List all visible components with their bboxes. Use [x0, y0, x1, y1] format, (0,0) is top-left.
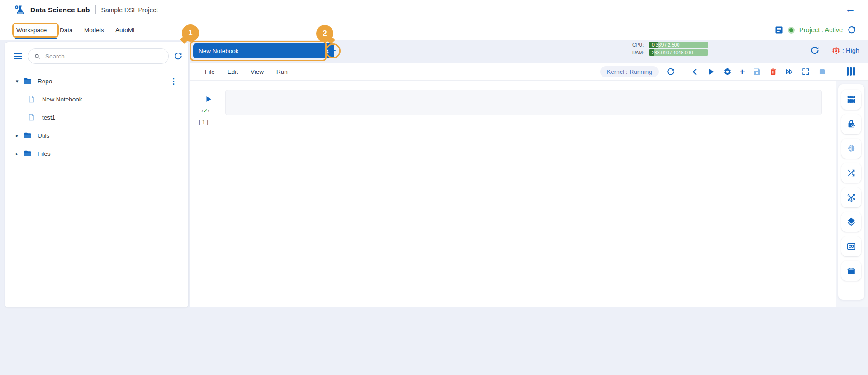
tree-item-test1[interactable]: test1 — [5, 108, 188, 126]
app-logo-icon — [14, 4, 26, 16]
folder-icon — [23, 77, 32, 85]
stop-kernel-icon[interactable] — [818, 67, 826, 76]
tree-item-label: Files — [38, 150, 51, 157]
save-icon[interactable] — [753, 67, 761, 76]
file-tree: ▾ Repo ⋮ New Notebook — [5, 72, 188, 163]
nav-tab-models[interactable]: Models — [84, 20, 104, 40]
tree-item-utils[interactable]: ▸ Utils — [5, 126, 188, 144]
security-button[interactable] — [841, 114, 861, 134]
cpu-chip-icon — [831, 46, 840, 55]
project-refresh-icon[interactable] — [847, 25, 856, 34]
notebook-canvas: ‹✓› [ 1 ]: — [190, 81, 836, 307]
tree-item-label: New Notebook — [42, 96, 82, 103]
network-button[interactable] — [841, 188, 861, 207]
ram-meter: 288.010 / 4048.000 — [649, 49, 708, 56]
collapse-left-icon[interactable] — [691, 67, 699, 76]
ram-label: RAM: — [632, 50, 649, 55]
code-cell-input[interactable] — [225, 90, 822, 115]
strip-divider — [827, 43, 827, 58]
repo-kebab-menu-icon[interactable]: ⋮ — [170, 77, 177, 85]
file-icon — [28, 113, 35, 121]
app-title: Data Science Lab — [30, 6, 90, 14]
primary-nav: Workspace Data Models AutoML Project : A… — [0, 20, 868, 40]
sidebar-menu-icon[interactable] — [13, 52, 23, 61]
notebook-toolbar: File Edit View Run Kernel : Running + — [190, 63, 868, 81]
run-all-icon[interactable] — [785, 67, 794, 76]
cell-run-icon[interactable] — [204, 95, 213, 103]
search-box[interactable] — [28, 48, 169, 64]
toolbar-divider — [683, 67, 683, 77]
cpu-value: 0.369 / 2.500 — [652, 42, 679, 48]
back-arrow-icon[interactable]: ← — [845, 4, 855, 14]
shuffle-icon — [846, 168, 856, 178]
menu-view[interactable]: View — [251, 68, 264, 75]
ram-value: 288.010 / 4048.000 — [652, 49, 693, 56]
priority-label: : High — [842, 47, 859, 54]
kernel-refresh-icon[interactable] — [666, 67, 675, 76]
tools-rail — [838, 84, 864, 300]
project-logs-icon[interactable] — [774, 25, 783, 34]
open-box-icon — [846, 266, 856, 276]
ml-brain-button[interactable] — [841, 139, 861, 159]
tree-item-new-notebook[interactable]: New Notebook — [5, 90, 188, 108]
menu-file[interactable]: File — [205, 68, 215, 75]
notebook-tab-label: New Notebook — [199, 48, 239, 54]
project-status-label: Project : Active — [799, 26, 843, 34]
cell-type-code-icon[interactable]: ‹✓› — [201, 108, 209, 114]
cell-execution-count: [ 1 ]: — [199, 119, 209, 125]
search-icon — [34, 53, 41, 60]
app-window: Data Science Lab Sample DSL Project ← Wo… — [0, 0, 868, 375]
annotation-badge-2: 2 — [316, 25, 333, 42]
nav-tab-automl[interactable]: AutoML — [115, 20, 137, 40]
folder-icon — [23, 131, 32, 139]
menu-edit[interactable]: Edit — [228, 68, 238, 75]
explorer-refresh-icon[interactable] — [174, 52, 183, 61]
dataset-server-button[interactable] — [841, 90, 861, 110]
cpu-label: CPU: — [632, 42, 649, 48]
notebook-tab[interactable]: New Notebook × — [193, 43, 334, 58]
top-header: Data Science Lab Sample DSL Project ← — [0, 0, 868, 20]
caret-down-icon[interactable]: ▾ — [16, 78, 23, 84]
caret-right-icon[interactable]: ▸ — [16, 151, 23, 157]
package-button[interactable] — [841, 261, 861, 281]
annotation-badge-1: 1 — [182, 24, 199, 42]
project-status-dot — [788, 27, 795, 34]
delete-cell-icon[interactable] — [769, 67, 778, 76]
nav-tab-data[interactable]: Data — [60, 20, 73, 40]
resource-meters: CPU: 0.369 / 2.500 RAM: 288.010 / 4048.0… — [632, 42, 708, 56]
search-input[interactable] — [44, 53, 164, 60]
title-separator — [95, 5, 96, 14]
tree-item-repo[interactable]: ▾ Repo ⋮ — [5, 72, 188, 90]
network-nodes-icon — [846, 192, 856, 202]
tree-item-label: Utils — [38, 132, 49, 139]
run-cell-icon[interactable] — [707, 67, 716, 76]
menu-run[interactable]: Run — [276, 68, 288, 75]
resources-refresh-icon[interactable] — [810, 46, 820, 55]
annotation-ring-add-tab: + — [326, 43, 341, 58]
layers-icon — [846, 217, 856, 227]
file-explorer-sidebar: ▾ Repo ⋮ New Notebook — [5, 42, 189, 308]
lock-key-icon — [846, 119, 856, 129]
nav-tab-workspace[interactable]: Workspace — [16, 20, 47, 40]
dataset-server-icon — [846, 95, 856, 105]
fullscreen-icon[interactable] — [802, 67, 810, 76]
add-cell-icon[interactable]: + — [740, 67, 745, 76]
infinity-box-icon — [846, 241, 856, 251]
columns-panel-icon[interactable] — [847, 67, 855, 76]
layers-button[interactable] — [841, 212, 861, 232]
caret-right-icon[interactable]: ▸ — [16, 133, 23, 139]
infinity-button[interactable] — [841, 236, 861, 256]
project-title: Sample DSL Project — [101, 6, 158, 14]
add-tab-button[interactable]: + — [330, 46, 336, 55]
tree-item-files[interactable]: ▸ Files — [5, 144, 188, 163]
shuffle-button[interactable] — [841, 163, 861, 183]
cpu-meter: 0.369 / 2.500 — [649, 42, 708, 48]
settings-gear-icon[interactable] — [723, 67, 732, 76]
kernel-status-badge: Kernel : Running — [600, 66, 659, 77]
tree-item-label: test1 — [42, 114, 55, 121]
file-icon — [28, 95, 35, 103]
active-tab-underline — [15, 38, 57, 39]
brain-icon — [846, 144, 856, 154]
tree-item-label: Repo — [38, 78, 52, 85]
folder-icon — [23, 149, 32, 158]
